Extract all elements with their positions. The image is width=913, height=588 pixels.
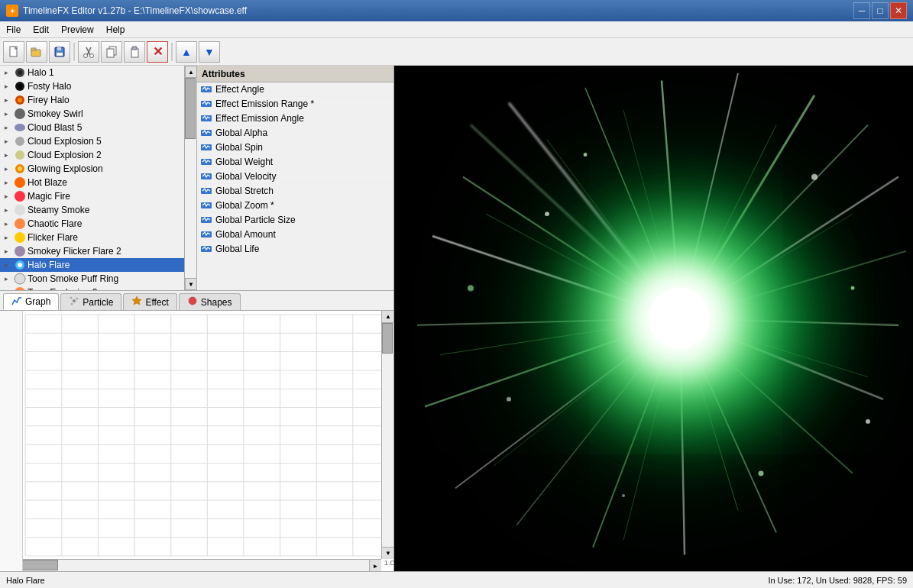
- delete-button[interactable]: ✕: [147, 41, 168, 63]
- graph-tab-icon: [11, 296, 22, 309]
- attr-item[interactable]: Global Stretch: [197, 184, 393, 199]
- effect-item-toon-smoke-puff[interactable]: ▸ Toon Smoke Puff Ring: [0, 272, 184, 286]
- effect-label: Cloud Explosion 5: [28, 136, 102, 147]
- menu-edit[interactable]: Edit: [27, 23, 55, 37]
- scroll-down-arrow[interactable]: ▼: [185, 278, 196, 290]
- titlebar-left: ✦ TimelineFX Editor v1.27b - E:\Timeline…: [6, 5, 247, 17]
- attr-label: Effect Emission Angle: [215, 113, 304, 124]
- svg-point-34: [15, 273, 25, 284]
- attr-item[interactable]: Global Life: [197, 242, 393, 257]
- attr-item[interactable]: Global Velocity: [197, 170, 393, 184]
- svg-rect-13: [132, 47, 137, 50]
- effect-item-smokey-swirl[interactable]: ▸ Smokey Swirl: [0, 107, 184, 121]
- svg-rect-2: [31, 48, 36, 50]
- svg-point-9: [90, 53, 94, 57]
- effect-item-cloud-blast5[interactable]: ▸ Cloud Blast 5: [0, 121, 184, 134]
- move-up-button[interactable]: ▲: [176, 41, 197, 63]
- menu-preview[interactable]: Preview: [55, 23, 100, 37]
- effect-item-chaotic-flare[interactable]: ▸ Chaotic Flare: [0, 217, 184, 231]
- svg-point-27: [15, 191, 25, 202]
- expand-icon: ▸: [0, 163, 12, 175]
- effect-item-cloud-explosion2[interactable]: ▸ Cloud Explosion 2: [0, 148, 184, 162]
- paste-button[interactable]: [124, 41, 145, 63]
- effect-item-magic-fire[interactable]: ▸ Magic Fire: [0, 189, 184, 203]
- effect-item-fosty-halo[interactable]: ▸ Fosty Halo: [0, 79, 184, 93]
- shapes-tab-label: Shapes: [201, 297, 232, 308]
- attributes-title: Attributes: [202, 69, 245, 79]
- attr-item[interactable]: Global Zoom *: [197, 199, 393, 213]
- graph-scrollbar-h[interactable]: ◄ ►: [0, 559, 381, 571]
- svg-rect-11: [107, 49, 114, 57]
- copy-button[interactable]: [101, 41, 122, 63]
- svg-point-20: [15, 108, 25, 119]
- svg-point-142: [468, 285, 474, 291]
- menubar: File Edit Preview Help: [0, 21, 913, 38]
- tab-particle[interactable]: Particle: [60, 293, 121, 310]
- effect-item-glowing-explosion[interactable]: ▸ Glowing Explosion: [0, 162, 184, 176]
- effect-label: Halo Flare: [28, 260, 70, 270]
- tab-shapes[interactable]: Shapes: [179, 293, 241, 310]
- svg-point-51: [71, 303, 73, 305]
- scroll-v-up[interactable]: ▲: [382, 311, 393, 323]
- effect-item-flicker-flare[interactable]: ▸ Flicker Flare: [0, 231, 184, 244]
- effect-item-cloud-explosion5[interactable]: ▸ Cloud Explosion 5: [0, 134, 184, 148]
- svg-point-17: [18, 84, 22, 89]
- expand-icon: ▸: [0, 273, 12, 285]
- close-button[interactable]: ✕: [890, 2, 907, 19]
- attr-label: Global Stretch: [215, 186, 274, 196]
- svg-marker-52: [132, 296, 141, 305]
- move-down-button[interactable]: ▼: [199, 41, 220, 63]
- attr-item[interactable]: Global Spin: [197, 141, 393, 155]
- list-scrollbar[interactable]: ▲ ▼: [184, 66, 196, 290]
- open-button[interactable]: [26, 41, 47, 63]
- maximize-button[interactable]: □: [872, 2, 889, 19]
- effect-label: Flicker Flare: [28, 232, 78, 243]
- attr-icon: [200, 185, 212, 197]
- tab-effect[interactable]: Effect: [123, 293, 176, 310]
- graph-scrollbar-v[interactable]: ▲ ▼: [381, 311, 393, 559]
- effect-item-steamy-smoke[interactable]: ▸ Steamy Smoke: [0, 203, 184, 217]
- expand-icon: ▸: [0, 204, 12, 216]
- effect-item-toon-explosion[interactable]: ▸ Toon Explosion 2: [0, 286, 184, 290]
- menu-help[interactable]: Help: [100, 23, 131, 37]
- list-panel: ▸ Halo 1 ▸ Fosty Halo ▸ Firey Halo ▸ Smo…: [0, 66, 197, 290]
- new-button[interactable]: [3, 41, 24, 63]
- effect-item-halo-flare[interactable]: ▸ Halo Flare: [0, 258, 184, 272]
- svg-point-138: [851, 286, 855, 290]
- scroll-h-right[interactable]: ►: [369, 560, 381, 571]
- attr-item[interactable]: Effect Emission Range *: [197, 97, 393, 111]
- attr-item[interactable]: Global Alpha: [197, 126, 393, 141]
- attr-icon: [200, 83, 212, 95]
- scroll-v-down[interactable]: ▼: [382, 547, 393, 559]
- attr-panel: Attributes Effect Angle Effect Emission …: [197, 66, 393, 290]
- attr-icon: [200, 199, 212, 212]
- effect-icon: [14, 121, 26, 134]
- effect-label: Steamy Smoke: [28, 205, 89, 215]
- effect-item-hot-blaze[interactable]: ▸ Hot Blaze: [0, 176, 184, 189]
- svg-point-30: [15, 232, 25, 243]
- effect-icon: [14, 231, 26, 244]
- toolbar-sep2: [171, 43, 173, 61]
- effect-label: Glowing Explosion: [28, 163, 103, 174]
- attr-item[interactable]: Effect Emission Angle: [197, 111, 393, 126]
- effect-item-halo1[interactable]: ▸ Halo 1: [0, 66, 184, 79]
- particle-effect: [394, 66, 913, 571]
- attr-item[interactable]: Global Amount: [197, 228, 393, 242]
- cut-button[interactable]: [78, 41, 99, 63]
- attr-item[interactable]: Global Particle Size: [197, 213, 393, 228]
- effect-item-smokey-flicker2[interactable]: ▸ Smokey Flicker Flare 2: [0, 244, 184, 258]
- attributes-header: Attributes: [197, 66, 393, 82]
- save-button[interactable]: [49, 41, 70, 63]
- attr-label: Global Amount: [215, 229, 276, 240]
- effect-tab-icon: [131, 296, 142, 309]
- minimize-button[interactable]: ─: [853, 2, 870, 19]
- attr-item[interactable]: Effect Angle: [197, 82, 393, 97]
- tab-graph[interactable]: Graph: [3, 293, 59, 310]
- top-section: ▸ Halo 1 ▸ Fosty Halo ▸ Firey Halo ▸ Smo…: [0, 66, 393, 291]
- scroll-up-arrow[interactable]: ▲: [185, 66, 196, 78]
- menu-file[interactable]: File: [0, 23, 27, 37]
- effect-item-firey-halo[interactable]: ▸ Firey Halo: [0, 93, 184, 107]
- attr-icon: [200, 127, 212, 139]
- attr-item[interactable]: Global Weight: [197, 155, 393, 170]
- effect-icon: [14, 190, 26, 202]
